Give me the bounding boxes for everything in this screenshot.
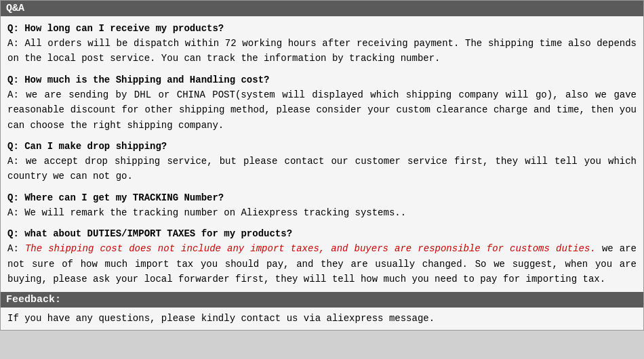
answer-4: A: We will remark the tracking number on… <box>7 205 637 220</box>
answer-3: A: we accept drop shipping service, but … <box>7 154 637 184</box>
qa-header: Q&A <box>1 1 643 16</box>
qa-item-3: Q: Can I make drop shipping? A: we accep… <box>7 140 637 184</box>
question-1: Q: How long can I receive my products? <box>7 22 637 36</box>
qa-item-4: Q: Where can I get my TRACKING Number? A… <box>7 191 637 220</box>
answer-2: A: we are sending by DHL or CHINA POST(s… <box>7 87 637 133</box>
qa-item-2: Q: How much is the Shipping and Handling… <box>7 73 637 133</box>
answer-5-red: The shipping cost does not include any i… <box>25 243 596 254</box>
qa-item-1: Q: How long can I receive my products? A… <box>7 22 637 66</box>
qa-item-5: Q: what about DUTIES/IMPORT TAXES for my… <box>7 227 637 287</box>
question-3: Q: Can I make drop shipping? <box>7 140 637 154</box>
main-container: Q&A Q: How long can I receive my product… <box>0 0 644 331</box>
question-2: Q: How much is the Shipping and Handling… <box>7 73 637 87</box>
question-5: Q: what about DUTIES/IMPORT TAXES for my… <box>7 227 637 241</box>
question-4: Q: Where can I get my TRACKING Number? <box>7 191 637 205</box>
answer-5: A: The shipping cost does not include an… <box>7 241 637 287</box>
qa-body: Q: How long can I receive my products? A… <box>1 16 643 292</box>
answer-1: A: All orders will be dispatch within 72… <box>7 36 637 66</box>
feedback-header: Feedback: <box>1 292 643 308</box>
feedback-body: If you have any questions, please kindly… <box>1 308 643 330</box>
